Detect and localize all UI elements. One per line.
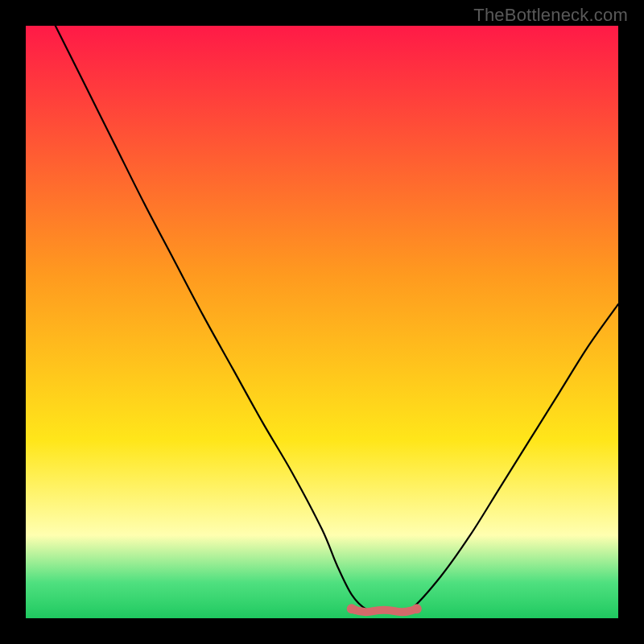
curve-layer: [26, 26, 618, 618]
plot-area: [26, 26, 618, 618]
optimal-range-marker: [352, 609, 417, 612]
attribution-label: TheBottleneck.com: [473, 5, 628, 26]
chart-frame: TheBottleneck.com: [0, 0, 644, 644]
bottleneck-curve: [56, 26, 618, 613]
optimal-range-start-dot: [347, 604, 357, 613]
optimal-range-end-dot: [412, 604, 422, 613]
